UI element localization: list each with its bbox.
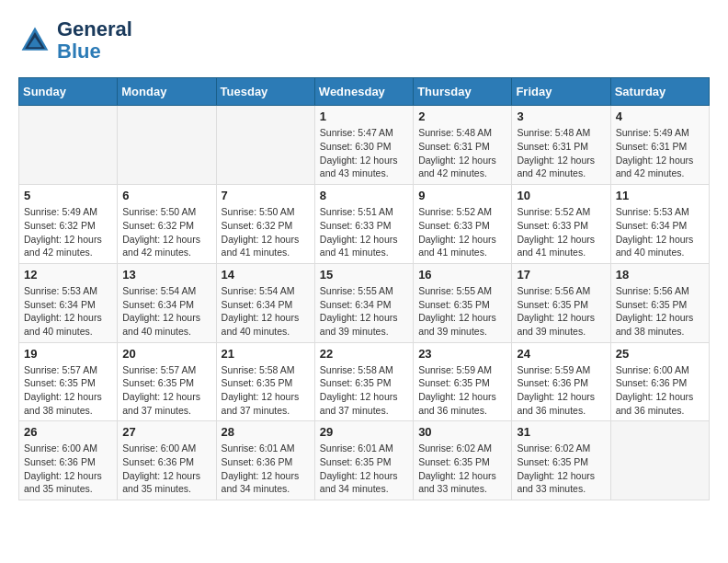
day-cell: 4Sunrise: 5:49 AM Sunset: 6:31 PM Daylig… — [610, 106, 709, 185]
day-number: 2 — [418, 109, 506, 123]
header-cell-monday: Monday — [118, 78, 216, 106]
day-number: 14 — [222, 268, 310, 282]
day-info: Sunrise: 5:52 AM Sunset: 6:33 PM Dayligh… — [517, 205, 605, 259]
day-cell: 20Sunrise: 5:57 AM Sunset: 6:35 PM Dayli… — [118, 342, 216, 421]
day-info: Sunrise: 5:48 AM Sunset: 6:31 PM Dayligh… — [517, 126, 605, 180]
calendar-table: SundayMondayTuesdayWednesdayThursdayFrid… — [18, 77, 710, 500]
day-info: Sunrise: 5:49 AM Sunset: 6:32 PM Dayligh… — [24, 205, 112, 259]
day-info: Sunrise: 5:57 AM Sunset: 6:35 PM Dayligh… — [24, 363, 112, 418]
day-info: Sunrise: 5:58 AM Sunset: 6:35 PM Dayligh… — [222, 363, 310, 418]
day-info: Sunrise: 6:00 AM Sunset: 6:36 PM Dayligh… — [24, 442, 112, 496]
day-info: Sunrise: 5:53 AM Sunset: 6:34 PM Dayligh… — [24, 284, 112, 339]
day-number: 21 — [222, 347, 310, 361]
day-number: 23 — [418, 347, 506, 361]
day-number: 3 — [517, 109, 605, 123]
day-number: 16 — [418, 268, 506, 282]
day-cell: 18Sunrise: 5:56 AM Sunset: 6:35 PM Dayli… — [610, 263, 709, 342]
calendar-header: SundayMondayTuesdayWednesdayThursdayFrid… — [19, 78, 710, 106]
day-cell: 13Sunrise: 5:54 AM Sunset: 6:34 PM Dayli… — [118, 263, 216, 342]
day-cell: 28Sunrise: 6:01 AM Sunset: 6:36 PM Dayli… — [216, 421, 314, 500]
logo: General Blue — [18, 18, 132, 63]
day-cell: 8Sunrise: 5:51 AM Sunset: 6:33 PM Daylig… — [314, 185, 413, 264]
day-cell — [610, 421, 709, 500]
header-cell-friday: Friday — [512, 78, 610, 106]
day-number: 13 — [122, 268, 210, 282]
day-number: 6 — [122, 189, 210, 202]
header-cell-tuesday: Tuesday — [216, 78, 314, 106]
day-cell: 22Sunrise: 5:58 AM Sunset: 6:35 PM Dayli… — [314, 342, 413, 421]
day-info: Sunrise: 6:02 AM Sunset: 6:35 PM Dayligh… — [418, 442, 506, 496]
day-cell: 3Sunrise: 5:48 AM Sunset: 6:31 PM Daylig… — [512, 106, 610, 185]
day-info: Sunrise: 5:55 AM Sunset: 6:34 PM Dayligh… — [320, 284, 408, 339]
day-info: Sunrise: 6:00 AM Sunset: 6:36 PM Dayligh… — [616, 363, 704, 418]
day-number: 29 — [320, 425, 408, 439]
week-row-1: 1Sunrise: 5:47 AM Sunset: 6:30 PM Daylig… — [19, 106, 710, 185]
day-cell: 17Sunrise: 5:56 AM Sunset: 6:35 PM Dayli… — [512, 263, 610, 342]
day-cell: 31Sunrise: 6:02 AM Sunset: 6:35 PM Dayli… — [512, 421, 610, 500]
day-info: Sunrise: 6:00 AM Sunset: 6:36 PM Dayligh… — [122, 442, 210, 496]
day-info: Sunrise: 5:47 AM Sunset: 6:30 PM Dayligh… — [320, 126, 408, 180]
day-number: 24 — [517, 347, 605, 361]
day-cell: 30Sunrise: 6:02 AM Sunset: 6:35 PM Dayli… — [414, 421, 512, 500]
day-number: 27 — [122, 425, 210, 439]
day-number: 31 — [517, 425, 605, 439]
day-info: Sunrise: 5:56 AM Sunset: 6:35 PM Dayligh… — [616, 284, 704, 339]
day-cell: 29Sunrise: 6:01 AM Sunset: 6:35 PM Dayli… — [314, 421, 413, 500]
day-cell: 26Sunrise: 6:00 AM Sunset: 6:36 PM Dayli… — [19, 421, 118, 500]
day-info: Sunrise: 5:59 AM Sunset: 6:35 PM Dayligh… — [418, 363, 506, 418]
day-info: Sunrise: 5:55 AM Sunset: 6:35 PM Dayligh… — [418, 284, 506, 339]
day-info: Sunrise: 5:53 AM Sunset: 6:34 PM Dayligh… — [616, 205, 704, 259]
day-cell: 12Sunrise: 5:53 AM Sunset: 6:34 PM Dayli… — [19, 263, 118, 342]
page-header: General Blue — [18, 18, 710, 63]
day-cell: 7Sunrise: 5:50 AM Sunset: 6:32 PM Daylig… — [216, 185, 314, 264]
day-number: 9 — [418, 189, 506, 202]
day-number: 30 — [418, 425, 506, 439]
day-cell — [118, 106, 216, 185]
day-number: 15 — [320, 268, 408, 282]
day-cell: 2Sunrise: 5:48 AM Sunset: 6:31 PM Daylig… — [414, 106, 512, 185]
day-info: Sunrise: 6:01 AM Sunset: 6:36 PM Dayligh… — [222, 442, 310, 496]
header-cell-thursday: Thursday — [414, 78, 512, 106]
day-info: Sunrise: 5:50 AM Sunset: 6:32 PM Dayligh… — [222, 205, 310, 259]
day-number: 17 — [517, 268, 605, 282]
day-number: 28 — [222, 425, 310, 439]
header-row: SundayMondayTuesdayWednesdayThursdayFrid… — [19, 78, 710, 106]
week-row-3: 12Sunrise: 5:53 AM Sunset: 6:34 PM Dayli… — [19, 263, 710, 342]
day-cell: 19Sunrise: 5:57 AM Sunset: 6:35 PM Dayli… — [19, 342, 118, 421]
day-number: 18 — [616, 268, 704, 282]
day-cell: 15Sunrise: 5:55 AM Sunset: 6:34 PM Dayli… — [314, 263, 413, 342]
day-number: 10 — [517, 189, 605, 202]
day-info: Sunrise: 6:01 AM Sunset: 6:35 PM Dayligh… — [320, 442, 408, 496]
day-info: Sunrise: 5:49 AM Sunset: 6:31 PM Dayligh… — [616, 126, 704, 180]
day-info: Sunrise: 6:02 AM Sunset: 6:35 PM Dayligh… — [517, 442, 605, 496]
day-info: Sunrise: 5:54 AM Sunset: 6:34 PM Dayligh… — [122, 284, 210, 339]
day-info: Sunrise: 5:59 AM Sunset: 6:36 PM Dayligh… — [517, 363, 605, 418]
day-cell: 24Sunrise: 5:59 AM Sunset: 6:36 PM Dayli… — [512, 342, 610, 421]
day-info: Sunrise: 5:57 AM Sunset: 6:35 PM Dayligh… — [122, 363, 210, 418]
day-cell: 10Sunrise: 5:52 AM Sunset: 6:33 PM Dayli… — [512, 185, 610, 264]
header-cell-wednesday: Wednesday — [314, 78, 413, 106]
day-info: Sunrise: 5:50 AM Sunset: 6:32 PM Dayligh… — [122, 205, 210, 259]
day-info: Sunrise: 5:54 AM Sunset: 6:34 PM Dayligh… — [222, 284, 310, 339]
day-info: Sunrise: 5:51 AM Sunset: 6:33 PM Dayligh… — [320, 205, 408, 259]
day-cell: 23Sunrise: 5:59 AM Sunset: 6:35 PM Dayli… — [414, 342, 512, 421]
day-cell: 21Sunrise: 5:58 AM Sunset: 6:35 PM Dayli… — [216, 342, 314, 421]
day-cell: 5Sunrise: 5:49 AM Sunset: 6:32 PM Daylig… — [19, 185, 118, 264]
day-info: Sunrise: 5:48 AM Sunset: 6:31 PM Dayligh… — [418, 126, 506, 180]
header-cell-sunday: Sunday — [19, 78, 118, 106]
header-cell-saturday: Saturday — [610, 78, 709, 106]
calendar-body: 1Sunrise: 5:47 AM Sunset: 6:30 PM Daylig… — [19, 106, 710, 500]
day-number: 11 — [616, 189, 704, 202]
day-cell: 14Sunrise: 5:54 AM Sunset: 6:34 PM Dayli… — [216, 263, 314, 342]
day-cell — [19, 106, 118, 185]
day-cell: 1Sunrise: 5:47 AM Sunset: 6:30 PM Daylig… — [314, 106, 413, 185]
logo-text: General Blue — [57, 18, 132, 63]
week-row-5: 26Sunrise: 6:00 AM Sunset: 6:36 PM Dayli… — [19, 421, 710, 500]
day-info: Sunrise: 5:58 AM Sunset: 6:35 PM Dayligh… — [320, 363, 408, 418]
day-number: 5 — [24, 189, 112, 202]
week-row-2: 5Sunrise: 5:49 AM Sunset: 6:32 PM Daylig… — [19, 185, 710, 264]
logo-icon — [18, 24, 51, 57]
day-cell: 9Sunrise: 5:52 AM Sunset: 6:33 PM Daylig… — [414, 185, 512, 264]
day-cell — [216, 106, 314, 185]
day-cell: 25Sunrise: 6:00 AM Sunset: 6:36 PM Dayli… — [610, 342, 709, 421]
